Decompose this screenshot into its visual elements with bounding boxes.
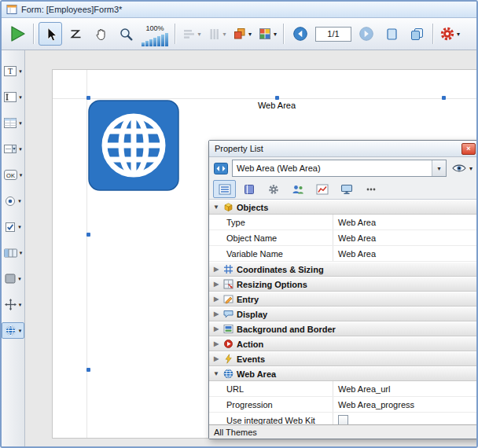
color-button[interactable]: ▾: [256, 22, 279, 46]
hand-icon: [94, 27, 108, 42]
expand-triangle-icon[interactable]: ▶: [212, 281, 220, 288]
section-coordinates-sizing[interactable]: ▶Coordinates & Sizing: [209, 262, 478, 277]
webarea-tool-button[interactable]: ▾: [2, 322, 24, 339]
section-web-area[interactable]: ▼Web Area: [209, 366, 478, 381]
listbox-tool-button[interactable]: ▾: [2, 115, 24, 131]
add-page-button[interactable]: [380, 22, 403, 46]
dropdown-arrow-icon: ▾: [20, 250, 23, 256]
section-label: Entry: [237, 295, 259, 304]
checkbox-tool-button[interactable]: ▾: [2, 218, 24, 235]
section-background-and-border[interactable]: ▶Background and Border: [209, 321, 478, 336]
previous-page-button[interactable]: [289, 22, 312, 46]
section-label: Web Area: [237, 369, 276, 379]
tab-stats[interactable]: [311, 180, 333, 198]
expand-triangle-icon[interactable]: ▶: [212, 310, 220, 318]
close-icon[interactable]: ×: [461, 143, 476, 155]
selection-handle[interactable]: [86, 368, 90, 372]
buttonbar-tool-button[interactable]: ▾: [2, 244, 24, 261]
section-objects[interactable]: ▼Objects: [209, 200, 478, 215]
align-button[interactable]: ▾: [180, 22, 204, 46]
objects-icon: [223, 202, 233, 212]
chevron-down-icon[interactable]: ▾: [432, 160, 446, 176]
tab-settings[interactable]: [262, 180, 285, 198]
zoom-bar[interactable]: [142, 42, 145, 46]
property-list-titlebar[interactable]: Property List ×: [209, 141, 478, 157]
dropdown-arrow-icon: ▾: [274, 31, 277, 38]
page-indicator: 1/1: [315, 27, 351, 42]
collapse-triangle-icon[interactable]: ▼: [212, 204, 220, 211]
selection-handle[interactable]: [275, 96, 279, 100]
section-action[interactable]: ▶Action: [209, 336, 478, 351]
tab-users-icon: [292, 184, 304, 195]
expand-triangle-icon[interactable]: ▶: [212, 266, 220, 273]
combo-tool-button[interactable]: ▾: [2, 141, 24, 157]
zoom-bar[interactable]: [145, 41, 149, 46]
zoom-level-widget[interactable]: 100%: [142, 21, 168, 46]
selection-handle[interactable]: [86, 233, 90, 237]
section-events[interactable]: ▶Events: [209, 351, 478, 366]
text-tool-button[interactable]: T▾: [2, 63, 24, 79]
expand-triangle-icon[interactable]: ▶: [212, 355, 220, 362]
zoom-bar[interactable]: [157, 36, 160, 46]
expand-triangle-icon[interactable]: ▶: [212, 296, 220, 303]
property-value[interactable]: [333, 413, 478, 424]
run-form-button[interactable]: [6, 22, 29, 46]
radio-tool-button[interactable]: ▾: [2, 193, 24, 209]
selection-handle[interactable]: [442, 96, 446, 100]
svg-text:OK: OK: [6, 172, 15, 179]
object-selector-value: Web Area (Web Area): [233, 163, 432, 173]
webkit-checkbox[interactable]: [338, 415, 348, 424]
web-area-object[interactable]: [88, 100, 179, 191]
titlebar: Form: [Employees]Form3*: [2, 2, 476, 18]
nav-prev-icon: [292, 26, 308, 42]
tab-more-icon: [365, 184, 377, 195]
radio-tool-icon: [5, 196, 16, 207]
section-entry[interactable]: ▶Entry: [209, 292, 478, 307]
property-list-title: Property List: [215, 144, 263, 153]
dropdown-arrow-icon: ▾: [248, 31, 252, 38]
zoom-bar[interactable]: [149, 39, 153, 46]
draw-tool-button[interactable]: [64, 22, 87, 46]
splitter-tool-button[interactable]: ▾: [2, 296, 24, 313]
rectangle-tool-button[interactable]: ▾: [2, 270, 24, 287]
zoom-tool-button[interactable]: [114, 22, 138, 46]
select-tool-button[interactable]: [39, 22, 62, 46]
toolbar-separator: [175, 24, 176, 44]
hand-tool-button[interactable]: [89, 22, 112, 46]
distribute-button[interactable]: ▾: [205, 22, 229, 46]
form-settings-button[interactable]: ▾: [438, 22, 461, 46]
expand-triangle-icon[interactable]: ▶: [212, 325, 220, 332]
zoom-bar[interactable]: [153, 38, 156, 46]
tab-properties[interactable]: [213, 180, 236, 198]
themes-footer[interactable]: All Themes: [209, 424, 478, 439]
property-value[interactable]: Web Area_progress: [333, 397, 478, 412]
section-resizing-options[interactable]: ▶Resizing Options: [209, 277, 478, 292]
zoom-bar[interactable]: [165, 33, 168, 46]
property-value[interactable]: Web Area: [333, 230, 478, 245]
property-value[interactable]: Web Area: [333, 246, 478, 261]
dropdown-arrow-icon: ▾: [20, 172, 23, 178]
page-list-button[interactable]: [405, 22, 428, 46]
tab-forms[interactable]: [237, 180, 260, 198]
expand-triangle-icon[interactable]: ▶: [212, 340, 220, 347]
tab-users[interactable]: [286, 180, 309, 198]
input-tool-button[interactable]: ▾: [2, 89, 24, 105]
next-page-button[interactable]: [355, 22, 378, 46]
background-icon: [223, 324, 233, 334]
button-tool-button[interactable]: OK▾: [2, 167, 24, 183]
section-display[interactable]: ▶Display: [209, 307, 478, 321]
object-selector[interactable]: Web Area (Web Area) ▾: [232, 160, 447, 177]
zoom-bar[interactable]: [161, 35, 164, 46]
tab-more[interactable]: [359, 180, 382, 198]
dropdown-arrow-icon: ▾: [19, 68, 22, 75]
selection-handle[interactable]: [86, 96, 90, 100]
property-value[interactable]: Web Area: [333, 215, 478, 230]
dropdown-arrow-icon: ▾: [19, 94, 22, 101]
tab-book-icon: [243, 184, 256, 195]
object-order-button[interactable]: ▾: [230, 22, 254, 46]
visibility-button[interactable]: ▾: [450, 163, 474, 174]
tab-display[interactable]: [335, 180, 358, 198]
property-value[interactable]: Web Area_url: [333, 381, 478, 396]
globe-tool-icon: [5, 325, 17, 336]
collapse-triangle-icon[interactable]: ▼: [212, 370, 220, 377]
